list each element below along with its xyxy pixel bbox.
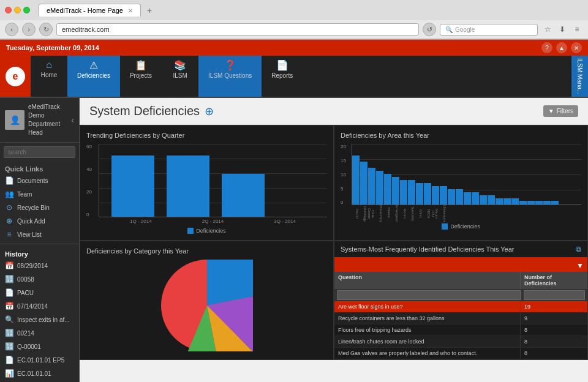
minimize-dot[interactable] xyxy=(14,7,21,13)
alert-icon[interactable]: ▲ xyxy=(556,42,567,53)
history-item-3[interactable]: 📅 07/14/2014 xyxy=(0,299,79,313)
search-input[interactable] xyxy=(4,146,75,158)
browser-tab[interactable]: eMediTrack - Home Page ✕ xyxy=(39,4,141,17)
back-button[interactable]: ‹ xyxy=(5,23,18,36)
table-row-0: Are wet floor signs in use? 19 xyxy=(334,301,587,313)
maximize-dot[interactable] xyxy=(23,7,30,13)
browser-addressbar: ‹ › ↻ emeditrack.com ↺ 🔍 Google ☆ ⬇ ≡ xyxy=(0,20,588,39)
area-bar-25 xyxy=(551,201,559,204)
y-label-60: 60 xyxy=(86,144,92,149)
nav-item-ilsm[interactable]: 📚 ILSM xyxy=(162,56,198,97)
chart-by-area: Deficiencies by Area this Year 20 15 10 … xyxy=(334,125,588,241)
systems-table-header: Systems-Most Frequently Identified Defic… xyxy=(334,241,587,257)
history-item-0[interactable]: 📅 08/29/2014 xyxy=(0,259,79,272)
user-role1: Demo xyxy=(28,111,60,120)
history-item-label-3: 07/14/2014 xyxy=(17,303,48,310)
legend-label-1: Deficiencies xyxy=(196,228,226,234)
home-icon: ⌂ xyxy=(46,59,52,70)
tab-close-icon[interactable]: ✕ xyxy=(128,7,133,14)
table-count-search[interactable] xyxy=(524,290,585,300)
history-item-label-6: Q-00001 xyxy=(17,343,41,350)
sidebar-item-quick-add-label: Quick Add xyxy=(17,218,45,225)
tab-add-icon[interactable]: + xyxy=(147,6,152,15)
filters-button[interactable]: ▼ Filters xyxy=(543,105,578,117)
history-icon-4: 🔍 xyxy=(5,315,13,324)
nav-item-reports[interactable]: 📄 Reports xyxy=(262,56,303,97)
systems-table-title: Systems-Most Frequently Identified Defic… xyxy=(341,245,514,253)
close-dot[interactable] xyxy=(5,7,12,13)
history-item-5[interactable]: 🔢 00214 xyxy=(0,326,79,340)
deficiencies-icon: ⚠ xyxy=(89,59,98,71)
area-x-6: Room xyxy=(399,205,407,222)
avatar: 👤 xyxy=(5,110,24,130)
nav-item-home[interactable]: ⌂ Home xyxy=(31,56,67,97)
area-x-4: Maltre... xyxy=(383,205,391,222)
info-icon[interactable]: ⊕ xyxy=(205,105,214,118)
nav-item-deficiencies[interactable]: ⚠ Deficiencies xyxy=(67,56,120,97)
bookmark-icon[interactable]: ☆ xyxy=(541,23,554,36)
table-question-search[interactable] xyxy=(337,290,521,300)
refresh-button[interactable]: ↻ xyxy=(39,23,53,36)
settings-icon[interactable]: ≡ xyxy=(571,23,583,36)
sidebar-item-documents[interactable]: 📄 Documents xyxy=(0,174,79,187)
close-icon[interactable]: ✕ xyxy=(571,42,582,53)
sidebar: 👤 eMediTrack Demo Department Head ‹ Quic… xyxy=(0,98,80,382)
charts-grid: Trending Deficiencies by Quarter xyxy=(80,125,588,360)
history-item-8[interactable]: 📊 EC.01.01.01 xyxy=(0,367,79,380)
nav-items: ⌂ Home ⚠ Deficiencies 📋 Projects 📚 ILSM … xyxy=(31,56,303,97)
nav-item-projects[interactable]: 📋 Projects xyxy=(120,56,162,97)
area-bar-11 xyxy=(440,186,447,204)
bar-3q-rect xyxy=(222,174,265,217)
dropdown-icon[interactable]: ▼ xyxy=(576,261,584,270)
area-bar-10 xyxy=(432,186,439,204)
table-cell-question-2: Floors free of tripping hazards xyxy=(334,324,520,335)
history-item-label-4: Inspect exits in af... xyxy=(17,316,70,323)
history-item-6[interactable]: 🔢 Q-00001 xyxy=(0,340,79,353)
history-item-7[interactable]: 📄 EC.01.01.01 EP5 xyxy=(0,353,79,367)
reload-button[interactable]: ↺ xyxy=(423,23,436,36)
nav-right-panel[interactable]: ILSM Mana... xyxy=(571,56,588,97)
browser-dots xyxy=(5,7,30,13)
sidebar-item-team[interactable]: 👥 Team xyxy=(0,187,79,201)
forward-button[interactable]: › xyxy=(22,23,36,36)
table-row-2: Floors free of tripping hazards 8 xyxy=(334,324,587,336)
url-bar[interactable]: emeditrack.com xyxy=(56,23,419,36)
history-item-1[interactable]: 🔢 00058 xyxy=(0,272,79,286)
quick-links-label: Quick Links xyxy=(0,162,79,174)
history-item-label-5: 00214 xyxy=(17,330,34,337)
help-icon[interactable]: ? xyxy=(541,42,552,53)
search-text: Google xyxy=(455,26,475,33)
page-title-text: System Deficiencies xyxy=(89,104,200,118)
area-bar-18 xyxy=(496,198,503,204)
sidebar-item-quick-add[interactable]: ⊕ Quick Add xyxy=(0,214,79,228)
bar-3q xyxy=(222,174,265,217)
history-item-2[interactable]: 📄 PACU xyxy=(0,286,79,299)
sidebar-collapse-icon[interactable]: ‹ xyxy=(71,115,74,125)
search-provider: 🔍 xyxy=(445,26,453,33)
nav-label-home: Home xyxy=(41,72,58,78)
app-logo: e xyxy=(0,56,31,97)
history-item-4[interactable]: 🔍 Inspect exits in af... xyxy=(0,313,79,326)
table-row-3: Linen/trash chutes room are locked 8 xyxy=(334,336,587,348)
systems-table-expand-icon[interactable]: ⧉ xyxy=(576,245,581,253)
area-x-5: Emergency xyxy=(391,205,399,222)
history-item-label-2: PACU xyxy=(17,290,34,296)
area-bar-3 xyxy=(376,171,383,204)
area-bar-9 xyxy=(424,183,431,204)
table-row-4: Med Gas valves are properly labeled and … xyxy=(334,348,587,359)
sidebar-item-view-list[interactable]: ≡ View List xyxy=(0,228,79,241)
area-x-8: Clinic xyxy=(415,205,423,222)
nav-item-ilsm-questions[interactable]: ❓ ILSM Questions xyxy=(198,56,262,97)
logo-text: e xyxy=(13,71,18,82)
chart-trending: Trending Deficiencies by Quarter xyxy=(80,125,334,241)
browser-search-bar[interactable]: 🔍 Google xyxy=(440,24,538,36)
nav-label-deficiencies: Deficiencies xyxy=(77,72,110,79)
main-layout: 👤 eMediTrack Demo Department Head ‹ Quic… xyxy=(0,98,588,382)
nav-label-reports: Reports xyxy=(271,72,293,79)
download-icon[interactable]: ⬇ xyxy=(556,23,568,36)
sidebar-item-recycle[interactable]: ⊙ Recycle Bin xyxy=(0,201,79,214)
user-role3: Head xyxy=(28,129,60,137)
x-label-3q: 3Q - 2014 xyxy=(263,219,306,224)
filters-label: Filters xyxy=(557,108,573,114)
sidebar-item-team-label: Team xyxy=(17,191,32,198)
